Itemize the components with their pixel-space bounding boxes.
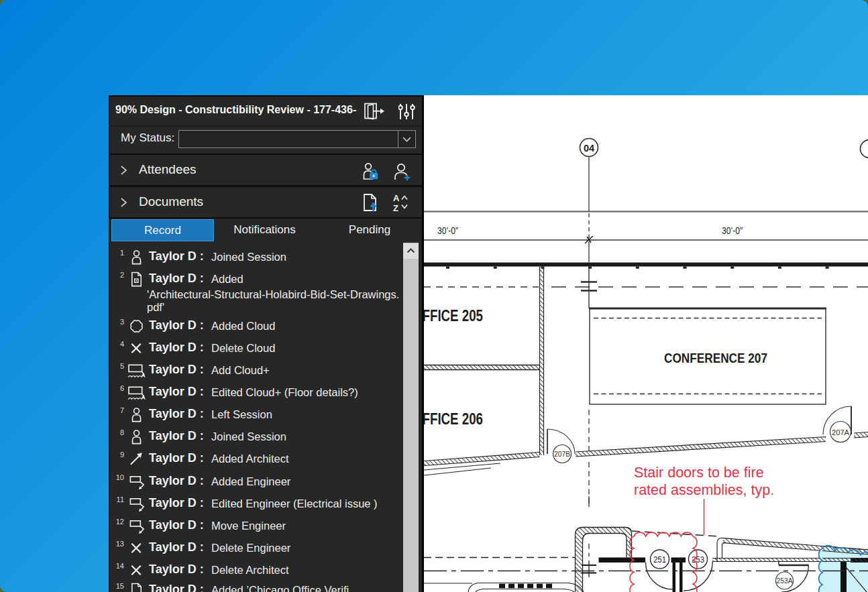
svg-text:04: 04 <box>584 142 595 154</box>
svg-text:207A: 207A <box>832 428 849 436</box>
svg-text:207B: 207B <box>554 450 570 458</box>
svg-text:251: 251 <box>653 555 666 565</box>
svg-text:253A: 253A <box>777 577 793 585</box>
svg-text:Z: Z <box>393 203 398 213</box>
svg-text:Stair doors to be fire: Stair doors to be fire <box>634 465 764 481</box>
svg-text:A: A <box>393 193 400 203</box>
svg-text:30’-0”: 30’-0” <box>437 225 458 236</box>
svg-text:OFFICE 205: OFFICE 205 <box>424 306 483 324</box>
svg-text:OFFICE 206: OFFICE 206 <box>424 410 483 428</box>
svg-text:30’-0”: 30’-0” <box>722 225 743 236</box>
svg-text:rated assemblies, typ.: rated assemblies, typ. <box>634 482 774 498</box>
svg-text:CONFERENCE 207: CONFERENCE 207 <box>664 351 767 365</box>
